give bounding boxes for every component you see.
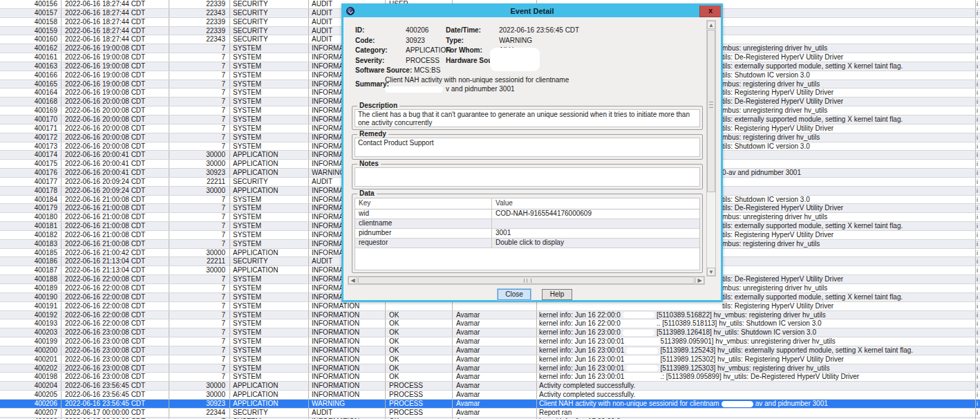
category-label: Category: bbox=[355, 46, 388, 54]
redaction-blob bbox=[626, 357, 658, 363]
table-row[interactable]: 4002032022-06-16 23:00:08 CDT7SYSTEMINFO… bbox=[0, 328, 980, 337]
message-cell: tils: Registering HyperV Utility Driver bbox=[537, 302, 976, 310]
message-cell: kernel info: Jun 16 23:00:0[5113989.1264… bbox=[537, 328, 976, 337]
type-label: Type: bbox=[446, 37, 464, 44]
redaction-blob bbox=[626, 348, 658, 354]
horizontal-scrollbar-thumb[interactable] bbox=[358, 277, 695, 284]
data-value-cell: Double click to display bbox=[492, 239, 699, 248]
datetime-label: Date/Time: bbox=[446, 26, 481, 34]
forwhom-label: For Whom: bbox=[446, 46, 482, 54]
data-value-cell bbox=[492, 219, 699, 228]
redaction-blob bbox=[626, 374, 658, 380]
table-row[interactable]: 4002052022-06-16 23:56:45 CDT30000APPLIC… bbox=[0, 391, 980, 400]
data-table-row[interactable]: requestorDouble click to display bbox=[355, 239, 699, 248]
redaction-blob bbox=[623, 330, 654, 336]
remedy-group: Remedy Contact Product Support bbox=[352, 134, 703, 160]
redaction-blob bbox=[385, 86, 443, 93]
remedy-group-label: Remedy bbox=[357, 130, 388, 138]
key-column-header[interactable]: Key bbox=[355, 198, 492, 209]
data-group-label: Data bbox=[357, 189, 377, 197]
table-row[interactable]: 4001922022-06-16 22:00:08 CDT7SYSTEMINFO… bbox=[0, 311, 980, 320]
data-key-cell: requestor bbox=[355, 239, 492, 248]
table-row[interactable]: 4002012022-06-16 23:00:08 CDT7SYSTEMINFO… bbox=[0, 355, 980, 364]
scrollbar-grip-icon bbox=[709, 102, 713, 108]
message-cell: Activity completed successfully. bbox=[537, 382, 976, 390]
avamar-logo-icon bbox=[346, 7, 355, 15]
software-source-value: MCS:BS bbox=[414, 66, 440, 74]
data-value-cell: 3001 bbox=[492, 229, 699, 238]
redaction-blob bbox=[626, 339, 658, 345]
close-button[interactable]: Close bbox=[498, 289, 531, 300]
data-table-row[interactable]: clientname bbox=[355, 219, 699, 229]
message-cell: Activity completed successfully. bbox=[537, 391, 976, 399]
scrollbar-grip-icon bbox=[524, 279, 531, 283]
notes-group: Notes bbox=[352, 164, 703, 189]
category-value: APPLICATION bbox=[406, 46, 451, 54]
summary-label: Summary: bbox=[355, 80, 389, 88]
table-row[interactable]: 4001932022-06-16 22:00:08 CDT7SYSTEMINFO… bbox=[0, 319, 980, 328]
message-cell: kernel info: Jun 16 23:00:015113989.0959… bbox=[537, 337, 976, 346]
remedy-field[interactable]: Contact Product Support bbox=[355, 138, 700, 157]
data-table-row[interactable]: widCOD-NAH-9165544176000609 bbox=[355, 210, 699, 219]
scroll-left-icon[interactable]: ◀ bbox=[348, 277, 357, 284]
redaction-blob bbox=[490, 48, 540, 71]
redaction-blob bbox=[623, 312, 654, 318]
data-key-cell: pidnumber bbox=[355, 229, 492, 238]
id-label: ID: bbox=[355, 26, 364, 34]
data-table-row[interactable]: pidnumber3001 bbox=[355, 229, 699, 239]
table-row[interactable]: 4002002022-06-16 23:00:08 CDT7SYSTEMINFO… bbox=[0, 346, 980, 355]
message-cell: Report ran bbox=[537, 409, 976, 417]
scroll-down-icon[interactable]: ▼ bbox=[707, 268, 715, 276]
data-key-value-table: Key Value widCOD-NAH-9165544176000609cli… bbox=[355, 198, 700, 270]
summary-line2: v and pidnumber 3001 bbox=[446, 85, 515, 93]
vertical-scrollbar[interactable]: ▲ ▼ bbox=[706, 20, 716, 277]
description-group: Description The client has a bug that it… bbox=[352, 106, 703, 130]
table-row[interactable]: 4001912022-06-16 22:00:08 CDT7SYSTEMINFO… bbox=[0, 302, 980, 311]
scroll-up-icon[interactable]: ▲ bbox=[707, 21, 715, 29]
data-value-cell: COD-NAH-9165544176000609 bbox=[492, 210, 699, 218]
vertical-scrollbar-thumb[interactable] bbox=[707, 30, 715, 192]
data-key-cell: wid bbox=[355, 210, 492, 218]
notes-field[interactable] bbox=[355, 167, 700, 187]
table-row[interactable]: 4002042022-06-16 23:56:45 CDT30000APPLIC… bbox=[0, 382, 980, 391]
redaction-blob bbox=[626, 365, 658, 371]
table-row[interactable]: 4002022022-06-16 23:00:08 CDT7SYSTEMINFO… bbox=[0, 364, 980, 373]
help-button[interactable]: Help bbox=[542, 289, 572, 300]
severity-value: PROCESS bbox=[406, 57, 440, 64]
summary-value: Client NAH activity with non-unique sess… bbox=[385, 75, 569, 93]
event-detail-dialog: Event Detail x ID: 400206 Date/Time: 202… bbox=[341, 3, 723, 302]
dialog-titlebar[interactable]: Event Detail x bbox=[343, 6, 721, 17]
description-group-label: Description bbox=[357, 102, 399, 109]
datetime-value: 2022-06-16 23:56:45 CDT bbox=[499, 26, 579, 34]
message-cell: kernel info: Jun 16 22:00:0[5110389.5168… bbox=[537, 311, 976, 319]
dialog-content: ID: 400206 Date/Time: 2022-06-16 23:56:4… bbox=[343, 17, 721, 300]
table-row[interactable]: 4001992022-06-16 23:00:08 CDT7SYSTEMINFO… bbox=[0, 337, 980, 346]
message-cell: kernel info: Jun 16 23:00:01.: [5113989.… bbox=[537, 373, 976, 381]
software-source-label: Software Source: bbox=[355, 66, 412, 74]
type-value: WARNING bbox=[499, 37, 532, 44]
id-value: 400206 bbox=[406, 26, 428, 34]
data-table-header: Key Value bbox=[355, 198, 699, 210]
message-cell: kernel info: Jun 16 23:00:01[5113989.125… bbox=[537, 364, 976, 373]
data-key-cell: clientname bbox=[355, 219, 492, 228]
code-label: Code: bbox=[355, 37, 375, 44]
scroll-right-icon[interactable]: ▶ bbox=[695, 277, 704, 284]
description-field[interactable]: The client has a bug that it can't guara… bbox=[355, 109, 700, 127]
message-cell: kernel info: Jun 16 23:00:01[5113989.125… bbox=[537, 346, 976, 355]
code-value: 30923 bbox=[406, 37, 425, 44]
message-cell: Client NAH activity with non-unique sess… bbox=[537, 400, 976, 408]
table-row[interactable]: 4002062022-06-16 23:56:45 CDT30923APPLIC… bbox=[0, 400, 980, 409]
table-row[interactable]: 4001982022-06-16 23:00:08 CDT7SYSTEMINFO… bbox=[0, 373, 980, 382]
message-cell: kernel info: Jun 16 22:00:0.. [5110389.5… bbox=[537, 319, 976, 328]
value-column-header[interactable]: Value bbox=[492, 198, 699, 209]
redaction-blob bbox=[722, 401, 753, 407]
message-cell: kernel info: Jun 16 23:00:01[5113989.125… bbox=[537, 355, 976, 364]
close-icon[interactable]: x bbox=[699, 6, 721, 17]
horizontal-scrollbar[interactable]: ◀ ▶ bbox=[348, 276, 705, 285]
notes-group-label: Notes bbox=[357, 160, 381, 167]
severity-label: Severity: bbox=[355, 57, 384, 64]
summary-line1: Client NAH activity with non-unique sess… bbox=[385, 75, 569, 84]
data-group: Data Key Value widCOD-NAH-91655441760006… bbox=[352, 194, 703, 273]
redaction-blob bbox=[623, 321, 654, 327]
table-row[interactable]: 4002072022-06-17 00:00:00 CDT22344SECURI… bbox=[0, 409, 980, 418]
